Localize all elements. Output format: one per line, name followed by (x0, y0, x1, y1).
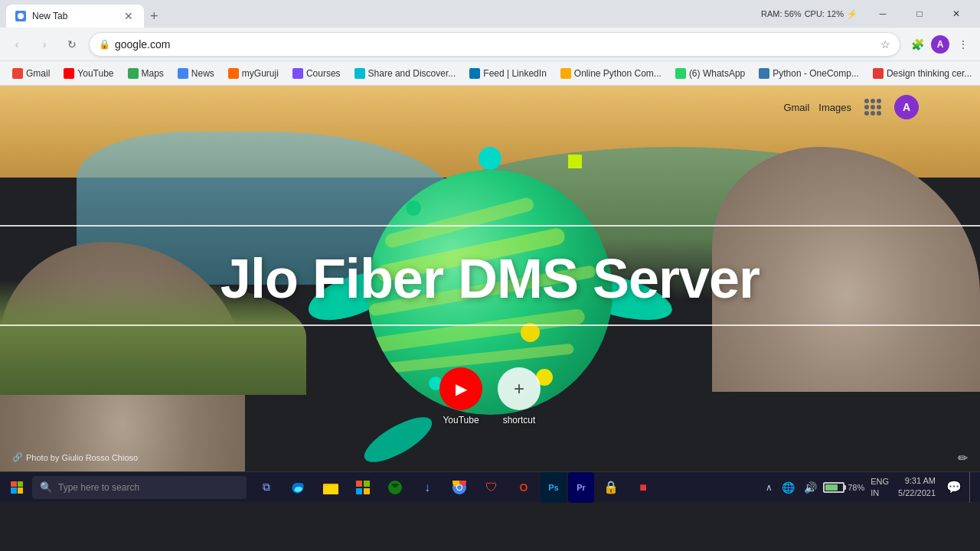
bookmark-myguruji-label: myGuruji (242, 68, 279, 79)
planet-bottom-ring (358, 409, 438, 470)
shortcut-add[interactable]: + shortcut (498, 367, 541, 425)
battery-percent: 78% (848, 483, 864, 492)
taskbar-search-placeholder: Type here to search (58, 482, 139, 493)
address-bar-row: ‹ › ↻ 🔒 google.com ☆ 🧩 A ⋮ (0, 28, 980, 61)
photo-link-icon: 🔗 (12, 452, 23, 462)
svg-rect-3 (356, 481, 362, 487)
planet-ext-dot (568, 155, 582, 168)
refresh-button[interactable]: ↻ (61, 34, 83, 55)
bookmark-gmail[interactable]: Gmail (6, 65, 56, 82)
bookmark-feed[interactable]: Feed | LinkedIn (463, 65, 553, 82)
tab-strip: New Tab ✕ + (6, 0, 753, 28)
svg-rect-4 (364, 481, 370, 487)
user-avatar[interactable]: A (931, 35, 949, 54)
google-account-avatar[interactable]: A (894, 95, 919, 119)
volume-icon[interactable]: 🔊 (801, 480, 820, 495)
file-explorer-button[interactable] (315, 472, 346, 503)
active-tab[interactable]: New Tab ✕ (6, 5, 144, 28)
extensions-button[interactable]: 🧩 (906, 34, 928, 55)
maps-favicon (128, 68, 139, 79)
notification-center-button[interactable]: 💬 (942, 475, 966, 500)
bookmark-courses[interactable]: Courses (286, 65, 347, 82)
bookmark-youtube-label: YouTube (77, 68, 113, 79)
title-bar: New Tab ✕ + RAM: 56% CPU: 12% ⚡ ─ □ ✕ (0, 0, 980, 28)
bookmark-news[interactable]: News (172, 65, 220, 82)
photo-credit-text: Photo by Giulio Rosso Chioso (26, 453, 138, 462)
planet-top-dot (479, 147, 501, 170)
network-icon[interactable]: 🌐 (779, 480, 798, 495)
bookmark-youtube[interactable]: YouTube (57, 65, 119, 82)
taskbar: 🔍 Type here to search ⧉ (0, 471, 980, 502)
antivirus-button[interactable]: 🛡 (476, 472, 507, 503)
maximize-button[interactable]: □ (902, 2, 937, 26)
bookmark-whatsapp-label: (6) WhatsApp (689, 68, 745, 79)
svg-rect-2 (323, 485, 338, 494)
battery-indicator[interactable]: 78% (823, 482, 864, 493)
task-view-button[interactable]: ⧉ (251, 472, 282, 503)
bookmark-share[interactable]: Share and Discover... (348, 65, 462, 82)
language-button[interactable]: ENG IN (867, 474, 892, 500)
taskbar-search-icon: 🔍 (40, 481, 52, 493)
bookmark-maps[interactable]: Maps (122, 65, 170, 82)
photo-credit[interactable]: 🔗 Photo by Giulio Rosso Chioso (12, 452, 138, 462)
shortcut-add-label: shortcut (503, 415, 536, 425)
bookmark-python[interactable]: Python - OneComp... (753, 65, 865, 82)
bookmark-star-icon[interactable]: ☆ (880, 38, 890, 51)
photoshop-button[interactable]: Ps (541, 472, 567, 503)
shortcut-youtube[interactable]: ▶ YouTube (439, 367, 482, 425)
chrome-button[interactable] (444, 472, 475, 503)
xbox-button[interactable] (380, 472, 410, 503)
taskbar-search[interactable]: 🔍 Type here to search (32, 476, 247, 499)
address-bar[interactable]: 🔒 google.com ☆ (89, 32, 900, 57)
profile-button[interactable]: A (929, 34, 951, 55)
shortcuts-area: ▶ YouTube + shortcut (439, 367, 541, 425)
back-button[interactable]: ‹ (6, 34, 28, 55)
main-title: Jlo Fiber DMS Server (0, 247, 980, 310)
title-line-bottom (0, 324, 980, 326)
clock-area[interactable]: 9:31 AM 5/22/2021 (895, 475, 939, 499)
bookmark-online-python[interactable]: Online Python Com... (554, 65, 668, 82)
bookmark-news-label: News (191, 68, 214, 79)
bookmark-whatsapp[interactable]: (6) WhatsApp (669, 65, 751, 82)
bookmark-gmail-label: Gmail (26, 68, 50, 79)
bookmark-design[interactable]: Design thinking cer... (867, 65, 978, 82)
show-desktop-button[interactable] (969, 472, 974, 503)
edit-background-button[interactable]: ✏ (958, 451, 968, 465)
menu-button[interactable]: ⋮ (952, 34, 974, 55)
downloads-button[interactable]: ↓ (412, 472, 443, 503)
performance-icon: ⚡ (847, 9, 858, 19)
youtube-favicon (64, 68, 74, 79)
google-apps-button[interactable] (861, 95, 885, 119)
gmail-favicon (12, 68, 23, 79)
edge-button[interactable] (283, 472, 314, 503)
system-tray: ∧ 🌐 🔊 78% ENG IN 9:31 AM 5/22/2021 💬 (763, 472, 977, 503)
title-line-top (0, 225, 980, 227)
forward-button[interactable]: › (34, 34, 55, 55)
security-taskbar-button[interactable]: 🔒 (596, 472, 626, 503)
show-hidden-icons-button[interactable]: ∧ (763, 481, 776, 494)
office-button[interactable]: O (508, 472, 539, 503)
battery-fill (825, 484, 837, 491)
design-favicon (873, 68, 884, 79)
courses-favicon (292, 68, 303, 79)
clock-date: 5/22/2021 (898, 487, 936, 499)
tab-close-button[interactable]: ✕ (122, 8, 135, 24)
taskbar-pinned-apps: ⧉ (251, 472, 658, 503)
lock-icon: 🔒 (99, 39, 110, 50)
battery-bar (823, 482, 844, 493)
python-favicon (759, 68, 769, 79)
system-stats: RAM: 56% CPU: 12% ⚡ (756, 8, 862, 21)
tab-title: New Tab (32, 11, 116, 21)
new-tab-button[interactable]: + (144, 5, 165, 28)
minimize-button[interactable]: ─ (865, 2, 900, 26)
windows-logo-icon (11, 481, 23, 494)
premiere-button[interactable]: Pr (568, 472, 594, 503)
start-button[interactable] (3, 474, 31, 501)
svg-rect-5 (356, 488, 362, 494)
gmail-link[interactable]: Gmail (783, 102, 809, 113)
bookmark-myguruji[interactable]: myGuruji (222, 65, 285, 82)
images-link[interactable]: Images (818, 102, 851, 113)
close-button[interactable]: ✕ (939, 2, 974, 26)
store-button[interactable] (348, 472, 378, 503)
unknown-app-button[interactable]: ■ (628, 472, 658, 503)
